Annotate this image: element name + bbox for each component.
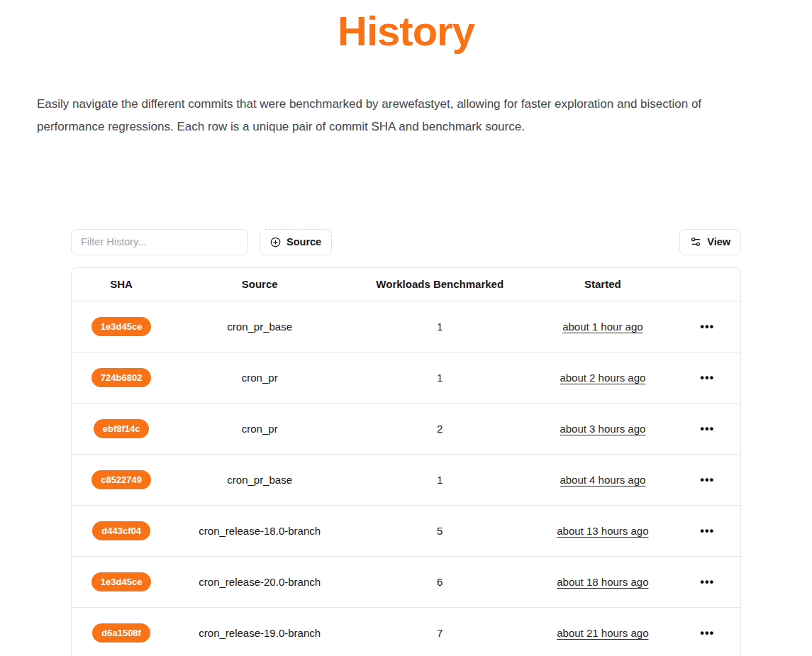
row-menu-button[interactable]: •••	[694, 421, 720, 438]
column-header-source: Source	[171, 268, 348, 301]
column-header-actions	[674, 268, 740, 301]
workloads-cell: 1	[348, 455, 531, 506]
more-horizontal-icon: •••	[700, 627, 714, 639]
source-cell: cron_pr_base	[171, 455, 348, 506]
more-horizontal-icon: •••	[700, 576, 714, 588]
started-cell: about 18 hours ago	[531, 557, 674, 608]
sha-cell: c8522749	[72, 455, 171, 506]
menu-cell: •••	[674, 506, 740, 557]
toolbar: Source View	[71, 229, 741, 255]
menu-cell: •••	[674, 455, 740, 506]
column-header-sha: SHA	[72, 268, 171, 301]
started-link[interactable]: about 1 hour ago	[562, 321, 643, 333]
sha-cell: 1e3d45ce	[72, 557, 171, 608]
source-cell: cron_pr	[171, 352, 348, 404]
row-menu-button[interactable]: •••	[694, 625, 720, 642]
more-horizontal-icon: •••	[700, 321, 714, 333]
more-horizontal-icon: •••	[700, 525, 714, 537]
table-row: d443cf04 cron_release-18.0-branch 5 abou…	[72, 506, 740, 557]
workloads-cell: 5	[348, 506, 531, 557]
sha-cell: d6a1508f	[72, 608, 171, 656]
column-header-workloads: Workloads Benchmarked	[348, 268, 531, 301]
table-row: ebf8f14c cron_pr 2 about 3 hours ago •••	[72, 404, 740, 455]
sliders-icon	[690, 236, 701, 248]
more-horizontal-icon: •••	[700, 372, 714, 384]
source-cell: cron_release-20.0-branch	[171, 557, 348, 608]
workloads-cell: 1	[348, 352, 531, 404]
started-link[interactable]: about 2 hours ago	[560, 372, 645, 384]
sha-badge[interactable]: 1e3d45ce	[91, 317, 152, 336]
table-row: 1e3d45ce cron_pr_base 1 about 1 hour ago…	[72, 301, 740, 352]
started-cell: about 13 hours ago	[531, 506, 674, 557]
sha-badge[interactable]: c8522749	[91, 470, 151, 489]
table-row: 724b6802 cron_pr 1 about 2 hours ago •••	[72, 352, 740, 404]
column-header-started: Started	[531, 268, 674, 301]
source-button-label: Source	[287, 236, 321, 248]
sha-badge[interactable]: 1e3d45ce	[91, 572, 152, 591]
table-row: c8522749 cron_pr_base 1 about 4 hours ag…	[72, 455, 740, 506]
row-menu-button[interactable]: •••	[694, 369, 720, 387]
row-menu-button[interactable]: •••	[694, 472, 720, 489]
sha-cell: d443cf04	[72, 506, 171, 557]
row-menu-button[interactable]: •••	[694, 318, 720, 335]
sha-cell: 1e3d45ce	[72, 301, 171, 352]
page-description: Easily navigate the different commits th…	[37, 93, 707, 138]
workloads-cell: 2	[348, 404, 531, 455]
table-header-row: SHA Source Workloads Benchmarked Started	[72, 268, 740, 301]
row-menu-button[interactable]: •••	[694, 523, 720, 540]
view-button-label: View	[707, 236, 730, 248]
source-cell: cron_pr_base	[171, 301, 348, 352]
workloads-cell: 6	[348, 557, 531, 608]
menu-cell: •••	[674, 608, 740, 656]
started-cell: about 3 hours ago	[531, 404, 674, 455]
source-cell: cron_release-19.0-branch	[171, 608, 348, 656]
more-horizontal-icon: •••	[700, 423, 714, 435]
workloads-cell: 7	[348, 608, 531, 656]
workloads-cell: 1	[348, 301, 531, 352]
history-table: SHA Source Workloads Benchmarked Started…	[71, 267, 741, 656]
sha-badge[interactable]: ebf8f14c	[94, 419, 150, 438]
sha-badge[interactable]: d443cf04	[92, 521, 150, 540]
filter-history-input[interactable]	[71, 229, 248, 255]
table-row: d6a1508f cron_release-19.0-branch 7 abou…	[72, 608, 740, 656]
started-link[interactable]: about 4 hours ago	[560, 474, 645, 486]
more-horizontal-icon: •••	[700, 474, 714, 486]
page-title: History	[0, 0, 812, 57]
source-cell: cron_pr	[171, 404, 348, 455]
history-page: History Easily navigate the different co…	[0, 0, 812, 656]
table-row: 1e3d45ce cron_release-20.0-branch 6 abou…	[72, 557, 740, 608]
menu-cell: •••	[674, 404, 740, 455]
source-filter-button[interactable]: Source	[260, 229, 332, 255]
table-body: 1e3d45ce cron_pr_base 1 about 1 hour ago…	[72, 301, 740, 656]
started-link[interactable]: about 18 hours ago	[557, 576, 648, 588]
started-link[interactable]: about 13 hours ago	[557, 525, 648, 537]
sha-badge[interactable]: 724b6802	[91, 368, 152, 387]
view-button[interactable]: View	[679, 229, 741, 255]
sha-cell: 724b6802	[72, 352, 171, 404]
started-cell: about 21 hours ago	[531, 608, 674, 656]
started-cell: about 2 hours ago	[531, 352, 674, 404]
row-menu-button[interactable]: •••	[694, 574, 720, 591]
started-cell: about 1 hour ago	[531, 301, 674, 352]
menu-cell: •••	[674, 301, 740, 352]
sha-cell: ebf8f14c	[72, 404, 171, 455]
started-link[interactable]: about 21 hours ago	[557, 627, 648, 639]
circle-plus-icon	[270, 237, 281, 248]
sha-badge[interactable]: d6a1508f	[92, 623, 150, 643]
started-link[interactable]: about 3 hours ago	[560, 423, 645, 435]
source-cell: cron_release-18.0-branch	[171, 506, 348, 557]
menu-cell: •••	[674, 557, 740, 608]
started-cell: about 4 hours ago	[531, 455, 674, 506]
menu-cell: •••	[674, 352, 740, 404]
